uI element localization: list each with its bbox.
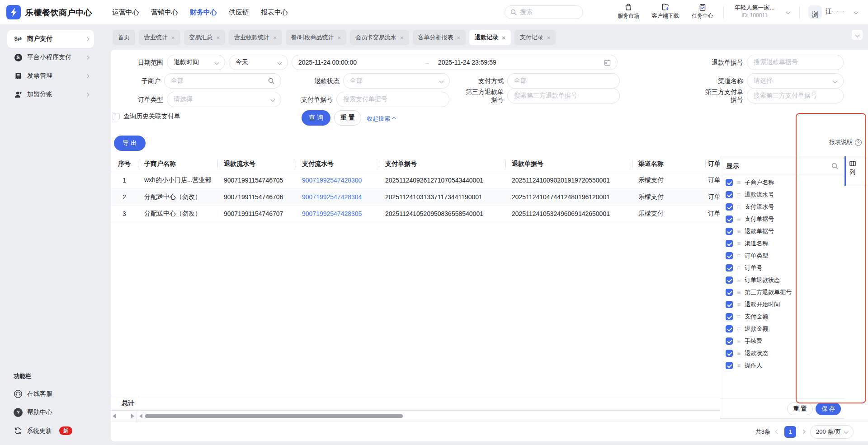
checkbox-checked[interactable] xyxy=(726,325,733,333)
column-toggle-item[interactable]: ≡订单类型 xyxy=(720,249,844,262)
column-toggle-item[interactable]: ≡退款金额 xyxy=(720,323,844,335)
sub-merchant-input[interactable]: 全部 xyxy=(164,73,281,89)
close-icon[interactable]: × xyxy=(171,34,175,41)
checkbox-checked[interactable] xyxy=(726,252,733,259)
date-type-select[interactable]: 退款时间 xyxy=(167,55,225,70)
tab-meal-period-stats[interactable]: 餐/时段商品统计× xyxy=(286,30,346,45)
column-toggle-item[interactable]: ≡第三方退款单据号 xyxy=(720,286,844,298)
drag-handle-icon[interactable]: ≡ xyxy=(737,289,741,295)
drag-handle-icon[interactable]: ≡ xyxy=(737,301,741,308)
column-toggle-item[interactable]: ≡手续费 xyxy=(720,335,844,347)
page-size-select[interactable]: 200 条/页 xyxy=(810,425,854,439)
refund-status-select[interactable]: 全部 xyxy=(343,73,450,89)
panel-reset-button[interactable]: 重 置 xyxy=(787,403,813,415)
collapse-search-link[interactable]: 收起搜索 xyxy=(367,115,396,123)
refund-doc-input[interactable]: 搜索退款单据号 xyxy=(747,55,844,70)
checkbox-checked[interactable] xyxy=(726,337,733,345)
drag-handle-icon[interactable]: ≡ xyxy=(737,253,741,259)
column-toggle-item[interactable]: ≡支付流水号 xyxy=(720,201,844,213)
tab-trade-summary[interactable]: 交易汇总× xyxy=(184,30,226,45)
column-toggle-item[interactable]: ≡子商户名称 xyxy=(720,176,844,188)
panel-save-button[interactable]: 保 存 xyxy=(816,403,841,415)
third-refund-doc-input[interactable]: 搜索第三方退款单据号 xyxy=(507,88,620,103)
checkbox-checked[interactable] xyxy=(726,228,733,235)
merchant-chevron-down-icon[interactable] xyxy=(786,10,791,14)
sidebar-item-invoice[interactable]: 发票管理 xyxy=(7,67,94,85)
date-preset-select[interactable]: 今天 xyxy=(229,55,288,70)
close-icon[interactable]: × xyxy=(457,34,461,41)
report-help-link[interactable]: 报表说明 ? xyxy=(829,138,862,146)
drag-handle-icon[interactable]: ≡ xyxy=(737,228,741,234)
tab-payment-records[interactable]: 支付记录× xyxy=(514,30,556,45)
reset-button[interactable]: 重 置 xyxy=(334,110,361,126)
column-toggle-item[interactable]: ≡订单退款状态 xyxy=(720,274,844,286)
drag-handle-icon[interactable]: ≡ xyxy=(737,314,741,320)
user-name[interactable]: 汪一一 xyxy=(826,8,844,16)
history-checkbox[interactable] xyxy=(113,113,120,120)
order-type-select[interactable]: 请选择 xyxy=(167,92,281,107)
tab-revenue-stats[interactable]: 营业收款统计× xyxy=(229,30,282,45)
export-button[interactable]: 导 出 xyxy=(114,136,146,151)
drag-handle-icon[interactable]: ≡ xyxy=(737,362,741,369)
scroll-right-icon[interactable] xyxy=(131,414,134,418)
tab-home[interactable]: 首页 xyxy=(113,30,135,45)
sidebar-item-online-support[interactable]: 在线客服 xyxy=(14,389,52,398)
service-market-item[interactable]: 服务市场 xyxy=(611,3,646,20)
close-icon[interactable]: × xyxy=(217,34,220,41)
search-button[interactable]: 查 询 xyxy=(302,110,330,126)
checkbox-checked[interactable] xyxy=(726,362,733,369)
pay-method-input[interactable]: 全部 xyxy=(507,73,620,89)
scrollbar-thumb[interactable] xyxy=(145,414,403,418)
column-toggle-item[interactable]: ≡支付单据号 xyxy=(720,213,844,225)
column-toggle-item[interactable]: ≡渠道名称 xyxy=(720,237,844,249)
column-toggle-item[interactable]: ≡退款单据号 xyxy=(720,225,844,237)
column-toggle-item[interactable]: ≡退款状态 xyxy=(720,347,844,359)
checkbox-checked[interactable] xyxy=(726,289,733,296)
date-range-input[interactable]: 2025-11-24 00:00:00 → 2025-11-24 23:59:5… xyxy=(292,55,618,70)
tab-business-stats[interactable]: 营业统计× xyxy=(139,30,180,45)
column-toggle-item[interactable]: ≡退款流水号 xyxy=(720,188,844,201)
close-icon[interactable]: × xyxy=(400,34,404,41)
tab-customer-analysis[interactable]: 客单分析报表× xyxy=(413,30,466,45)
merchant-switcher[interactable]: 年轻人第一家... ID: 100011 xyxy=(730,4,779,19)
scroll-left-icon[interactable] xyxy=(139,414,142,418)
search-icon[interactable] xyxy=(831,163,838,169)
pay-flow-link[interactable]: 90071992547428304 xyxy=(296,189,379,205)
nav-reports[interactable]: 报表中心 xyxy=(261,8,288,17)
channel-select[interactable]: 请选择 xyxy=(747,73,844,89)
sidebar-item-help-center[interactable]: ? 帮助中心 xyxy=(14,408,52,417)
pay-flow-link[interactable]: 90071992547428300 xyxy=(296,172,379,188)
drag-handle-icon[interactable]: ≡ xyxy=(737,216,741,222)
tab-refund-records[interactable]: 退款记录× xyxy=(469,30,511,45)
drag-handle-icon[interactable]: ≡ xyxy=(737,265,741,271)
drag-handle-icon[interactable]: ≡ xyxy=(737,240,741,247)
sidebar-item-merchant-pay[interactable]: $⇄ 商户支付 xyxy=(7,30,94,48)
scroll-left-icon[interactable] xyxy=(113,414,116,418)
nav-finance[interactable]: 财务中心 xyxy=(190,8,217,17)
columns-tab[interactable]: 列 xyxy=(844,156,868,186)
nav-operation[interactable]: 运营中心 xyxy=(112,8,139,17)
user-avatar[interactable]: 浏 xyxy=(808,5,822,19)
checkbox-checked[interactable] xyxy=(726,301,733,308)
column-toggle-item[interactable]: ≡订单号 xyxy=(720,262,844,274)
sidebar-item-franchise-split[interactable]: 加盟分账 xyxy=(7,85,94,103)
tab-member-card-flow[interactable]: 会员卡交易流水× xyxy=(350,30,409,45)
sidebar-item-miniprogram-pay[interactable]: S 平台小程序支付 xyxy=(7,48,94,66)
drag-handle-icon[interactable]: ≡ xyxy=(737,326,741,332)
user-chevron-down-icon[interactable] xyxy=(854,10,859,14)
checkbox-checked[interactable] xyxy=(726,215,733,223)
sidebar-item-system-update[interactable]: 系统更新 新 xyxy=(14,426,72,435)
drag-handle-icon[interactable]: ≡ xyxy=(737,192,741,198)
task-center-item[interactable]: 任务中心 xyxy=(685,3,720,20)
drag-handle-icon[interactable]: ≡ xyxy=(737,277,741,283)
drag-handle-icon[interactable]: ≡ xyxy=(737,338,741,344)
close-icon[interactable]: × xyxy=(547,34,551,41)
nav-supply-chain[interactable]: 供应链 xyxy=(229,8,249,17)
page-number-button[interactable]: 1 xyxy=(784,426,796,438)
checkbox-checked[interactable] xyxy=(726,264,733,272)
drag-handle-icon[interactable]: ≡ xyxy=(737,350,741,356)
column-toggle-item[interactable]: ≡支付金额 xyxy=(720,310,844,323)
pay-doc-input[interactable]: 搜索支付单据号 xyxy=(336,92,449,107)
prev-page-icon[interactable] xyxy=(775,430,780,434)
checkbox-checked[interactable] xyxy=(726,203,733,211)
